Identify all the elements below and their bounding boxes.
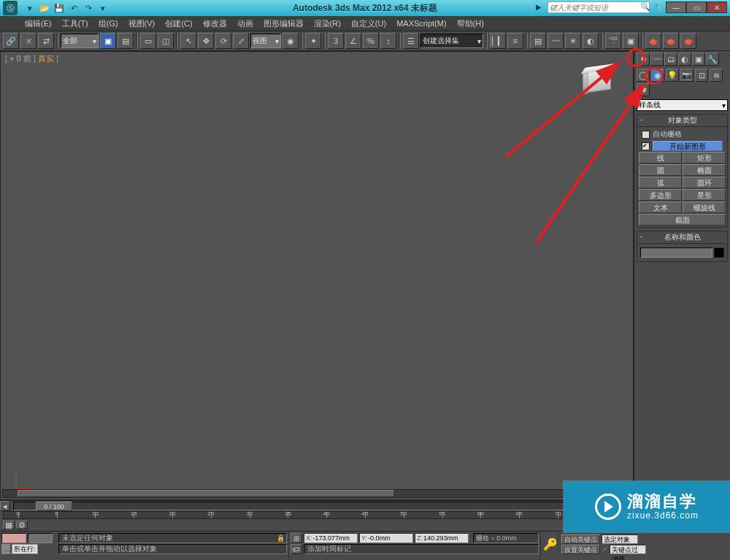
trackbar-config-icon[interactable]: ⚙ [16, 521, 28, 529]
schematic-icon[interactable]: ☀ [565, 33, 581, 49]
teapot3-icon[interactable]: 🫖 [680, 33, 696, 49]
layers-icon[interactable]: ▤ [530, 33, 546, 49]
shape-category-combo[interactable]: 样条线▾ [637, 99, 728, 111]
selection-filter-combo[interactable]: 全部▾ [61, 34, 99, 48]
coord-z[interactable]: Z:140.293mm [415, 533, 469, 543]
spinner-snap-icon[interactable]: ↕ [380, 33, 396, 49]
btn-star[interactable]: 星形 [683, 189, 726, 201]
window-crossing-icon[interactable]: ◫ [158, 33, 174, 49]
menu-animation[interactable]: 动画 [233, 17, 258, 31]
menu-grapheditors[interactable]: 图形编辑器 [259, 17, 308, 31]
menu-customize[interactable]: 自定义(U) [347, 17, 391, 31]
menu-tools[interactable]: 工具(T) [58, 17, 93, 31]
snap-toggle-icon[interactable]: 3 [328, 33, 344, 49]
angle-snap-icon[interactable]: ∠ [345, 33, 361, 49]
select-name-icon[interactable]: ▤ [118, 33, 134, 49]
rendered-frame-icon[interactable]: ▣ [623, 33, 639, 49]
trackbar-toggle-icon[interactable]: ▦ [3, 521, 15, 529]
mirror-icon[interactable]: ▏▎ [490, 33, 506, 49]
key-filter-field[interactable]: 关键点过滤器 [610, 545, 646, 554]
utilities-tab-icon[interactable]: 🔧 [706, 53, 719, 66]
display-tab-icon[interactable]: ▣ [692, 53, 705, 66]
newshape-checkbox[interactable] [642, 142, 650, 150]
menu-view[interactable]: 视图(V) [124, 17, 160, 31]
menu-maxscript[interactable]: MAXScript(M) [392, 18, 450, 29]
ms-mini2[interactable] [28, 533, 53, 543]
modify-tab-icon[interactable]: 〰 [650, 53, 664, 66]
hierarchy-tab-icon[interactable]: 🗂 [664, 53, 677, 66]
btn-section[interactable]: 截面 [639, 214, 726, 226]
ms-expand-icon[interactable]: … [1, 544, 10, 554]
bind-icon[interactable]: ⇄ [38, 33, 54, 49]
maximize-button[interactable]: ▭ [686, 1, 707, 13]
scale-icon[interactable]: ⤢ [233, 33, 249, 49]
select-object-icon[interactable]: ▣ [100, 33, 116, 49]
ms-mini1[interactable] [1, 533, 26, 543]
time-slider-thumb[interactable]: 0 / 100 [36, 502, 72, 511]
menu-modifiers[interactable]: 修改器 [199, 17, 231, 31]
autogrid-row[interactable]: 自动栅格 [639, 129, 726, 140]
title-arrow-icon[interactable]: ▶ [536, 3, 542, 11]
percent-snap-icon[interactable]: % [363, 33, 379, 49]
add-time-tag[interactable]: 添加时间标记 [304, 544, 539, 554]
minimize-button[interactable]: — [666, 1, 686, 13]
named-sel-combo[interactable]: 创建选择集▾ [420, 34, 483, 48]
lights-icon[interactable]: 💡 [666, 69, 679, 82]
rotate-icon[interactable]: ⟳ [215, 33, 231, 49]
cameras-icon[interactable]: 📷 [680, 69, 694, 82]
teapot1-icon[interactable]: 🫖 [645, 33, 661, 49]
align-icon[interactable]: ≡ [507, 33, 523, 49]
btn-ngon[interactable]: 多边形 [639, 189, 682, 201]
btn-ellipse[interactable]: 椭圆 [683, 164, 726, 176]
qat-new-icon[interactable]: ▾ [23, 2, 36, 14]
select-icon[interactable]: ↖ [180, 33, 196, 49]
pivot-icon[interactable]: ◉ [283, 33, 299, 49]
autokey-button[interactable]: 自动关键点 [561, 534, 600, 544]
help-search-input[interactable] [548, 1, 650, 13]
menu-group[interactable]: 组(G) [94, 17, 123, 31]
menu-rendering[interactable]: 渲染(R) [310, 17, 345, 31]
rect-select-icon[interactable]: ▭ [140, 33, 156, 49]
qat-redo-icon[interactable]: ↷ [82, 2, 95, 14]
app-icon[interactable]: Ⓢ [3, 1, 18, 15]
transform-typein-icon[interactable]: ⊞ [291, 533, 302, 543]
newshape-button[interactable]: 开始新图形 [653, 141, 723, 151]
viewport[interactable]: [ + 0 前 ] 真实 ] [0, 51, 634, 500]
qat-save-icon[interactable]: 💾 [53, 2, 66, 14]
setkey-button[interactable]: 设置关键点 [561, 545, 600, 554]
setkey-large-icon[interactable]: 🔑 [542, 533, 558, 555]
coord-y[interactable]: Y:-0.0mm [359, 533, 413, 543]
qat-undo-icon[interactable]: ↶ [67, 2, 80, 14]
teapot2-icon[interactable]: 🫖 [663, 33, 679, 49]
menu-create[interactable]: 创建(C) [161, 17, 196, 31]
color-swatch[interactable] [714, 248, 724, 258]
time-tag-icon[interactable]: 🏷 [291, 544, 302, 554]
viewcube[interactable] [586, 68, 618, 100]
coord-x[interactable]: X:-173.077mm [304, 533, 358, 543]
viewport-label[interactable]: [ + 0 前 ] 真实 ] [5, 53, 58, 64]
viewport-hscroll[interactable] [2, 489, 631, 498]
manipulate-icon[interactable]: ✦ [305, 33, 321, 49]
motion-tab-icon[interactable]: ◐ [678, 53, 691, 66]
btn-rectangle[interactable]: 矩形 [683, 152, 726, 164]
newshape-row[interactable]: 开始新图形 [639, 140, 726, 152]
btn-line[interactable]: 线 [639, 152, 682, 164]
named-sel-icon[interactable]: ☰ [403, 33, 419, 49]
time-slider-left-icon[interactable]: ◂ [0, 501, 10, 511]
menu-edit[interactable]: 编辑(E) [20, 17, 56, 31]
keyfilter-icon[interactable]: ⟋ [602, 545, 608, 553]
btn-text[interactable]: 文本 [639, 202, 682, 213]
unlink-icon[interactable]: ⤫ [20, 33, 36, 49]
btn-donut[interactable]: 圆环 [683, 177, 726, 188]
rollout-objecttype-header[interactable]: 对象类型 [637, 114, 728, 127]
material-editor-icon[interactable]: ◐ [583, 33, 599, 49]
curve-editor-icon[interactable]: 〰 [548, 33, 564, 49]
spacewarps-icon[interactable]: ≋ [710, 69, 723, 82]
systems-icon[interactable]: ✱ [637, 83, 650, 96]
lock-selection-icon[interactable]: 🔒 [277, 534, 285, 542]
wrench-icon[interactable]: 🔧 [653, 2, 663, 12]
move-icon[interactable]: ✥ [198, 33, 214, 49]
binoculars-icon[interactable]: 🔍 [640, 2, 650, 12]
ref-coord-combo[interactable]: 视图▾ [250, 34, 281, 48]
btn-circle[interactable]: 圆 [639, 164, 682, 176]
